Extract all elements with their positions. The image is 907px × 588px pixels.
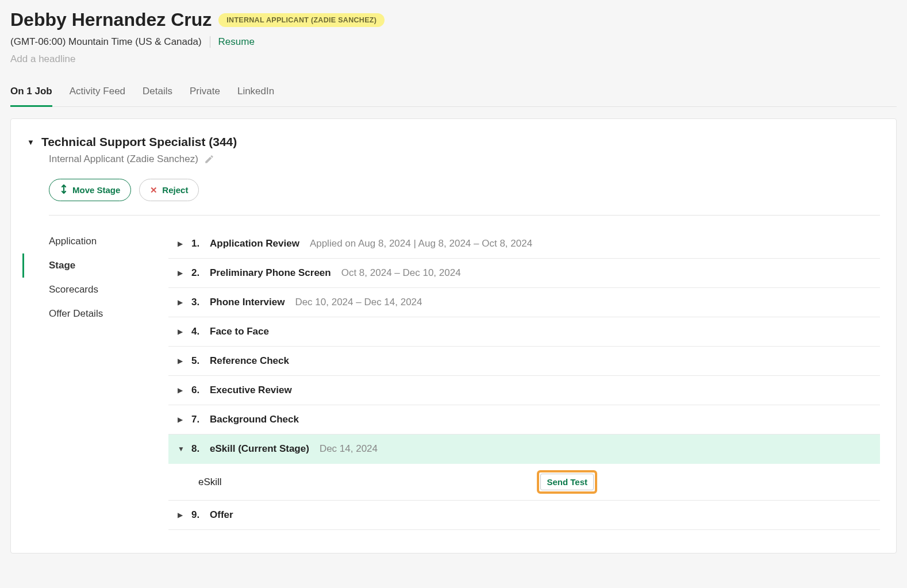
stage-name: Application Review [210, 238, 299, 249]
tabs: On 1 JobActivity FeedDetailsPrivateLinke… [10, 81, 897, 107]
candidate-name: Debby Hernandez Cruz [10, 9, 212, 30]
triangle-right-icon[interactable]: ▶ [178, 298, 185, 306]
triangle-right-icon[interactable]: ▶ [178, 416, 185, 424]
stage-number: 9. [191, 509, 203, 521]
sidebar-item-offer-details[interactable]: Offer Details [22, 302, 168, 326]
stage-number: 8. [191, 443, 203, 455]
stage-number: 4. [191, 326, 203, 337]
side-nav: ApplicationStageScorecardsOffer Details [22, 229, 168, 530]
stage-name: Reference Check [210, 355, 289, 367]
stage-row[interactable]: ▶3.Phone InterviewDec 10, 2024 – Dec 14,… [168, 288, 880, 317]
stage-number: 2. [191, 267, 203, 279]
stage-row[interactable]: ▶6.Executive Review [168, 376, 880, 405]
send-test-button[interactable]: Send Test [540, 474, 594, 490]
move-arrows-icon [60, 185, 68, 195]
job-subtitle: Internal Applicant (Zadie Sanchez) [49, 153, 198, 165]
stage-name: Executive Review [210, 385, 292, 396]
stage-dates: Oct 8, 2024 – Dec 10, 2024 [341, 267, 461, 279]
job-card: ▼ Technical Support Specialist (344) Int… [10, 118, 897, 554]
stage-row[interactable]: ▼8.eSkill (Current Stage)Dec 14, 2024 [168, 435, 880, 464]
stage-row[interactable]: ▶7.Background Check [168, 405, 880, 435]
stage-dates: Dec 10, 2024 – Dec 14, 2024 [295, 297, 422, 308]
triangle-right-icon[interactable]: ▶ [178, 357, 185, 365]
stage-number: 7. [191, 414, 203, 425]
internal-applicant-badge: INTERNAL APPLICANT (ZADIE SANCHEZ) [218, 13, 385, 27]
stage-dates: Applied on Aug 8, 2024 | Aug 8, 2024 – O… [310, 238, 532, 249]
add-headline-field[interactable]: Add a headline [10, 53, 897, 65]
stage-number: 5. [191, 355, 203, 367]
move-stage-label: Move Stage [72, 185, 120, 195]
stage-sub-row: eSkillSend Test [168, 464, 880, 501]
tab-on-1-job[interactable]: On 1 Job [10, 81, 52, 107]
stage-name: Background Check [210, 414, 299, 425]
stage-dates: Dec 14, 2024 [320, 443, 378, 455]
tab-activity-feed[interactable]: Activity Feed [70, 81, 125, 107]
timezone-text: (GMT-06:00) Mountain Time (US & Canada) [10, 36, 202, 48]
stage-row[interactable]: ▶9.Offer [168, 501, 880, 530]
stage-row[interactable]: ▶2.Preliminary Phone ScreenOct 8, 2024 –… [168, 259, 880, 288]
reject-button[interactable]: ✕ Reject [139, 179, 199, 201]
move-stage-button[interactable]: Move Stage [49, 179, 131, 201]
sidebar-item-application[interactable]: Application [22, 229, 168, 253]
tab-private[interactable]: Private [190, 81, 220, 107]
stage-name: Face to Face [210, 326, 269, 337]
divider [49, 215, 880, 216]
tab-linkedin[interactable]: LinkedIn [237, 81, 274, 107]
triangle-right-icon[interactable]: ▶ [178, 386, 185, 394]
sidebar-item-stage[interactable]: Stage [22, 253, 168, 278]
triangle-right-icon[interactable]: ▶ [178, 269, 185, 277]
divider [210, 36, 210, 48]
stage-number: 6. [191, 385, 203, 396]
stage-list: ▶1.Application ReviewApplied on Aug 8, 2… [168, 229, 896, 530]
stage-name: eSkill (Current Stage) [210, 443, 309, 455]
stage-row[interactable]: ▶1.Application ReviewApplied on Aug 8, 2… [168, 229, 880, 259]
job-title: Technical Support Specialist (344) [41, 135, 237, 149]
sidebar-item-scorecards[interactable]: Scorecards [22, 278, 168, 302]
tab-details[interactable]: Details [143, 81, 172, 107]
stage-row[interactable]: ▶5.Reference Check [168, 347, 880, 376]
triangle-right-icon[interactable]: ▶ [178, 328, 185, 336]
send-test-highlight: Send Test [537, 470, 597, 494]
triangle-right-icon[interactable]: ▶ [178, 511, 185, 519]
x-icon: ✕ [150, 185, 157, 195]
triangle-down-icon[interactable]: ▼ [178, 445, 185, 453]
stage-name: Preliminary Phone Screen [210, 267, 331, 279]
stage-name: Offer [210, 509, 233, 521]
collapse-triangle-down-icon[interactable]: ▼ [27, 138, 34, 147]
triangle-right-icon[interactable]: ▶ [178, 240, 185, 248]
stage-number: 1. [191, 238, 203, 249]
stage-sub-label: eSkill [198, 476, 222, 488]
reject-label: Reject [162, 185, 188, 195]
stage-number: 3. [191, 297, 203, 308]
stage-name: Phone Interview [210, 297, 285, 308]
pencil-icon[interactable] [204, 154, 214, 164]
resume-link[interactable]: Resume [218, 36, 255, 48]
stage-row[interactable]: ▶4.Face to Face [168, 317, 880, 347]
